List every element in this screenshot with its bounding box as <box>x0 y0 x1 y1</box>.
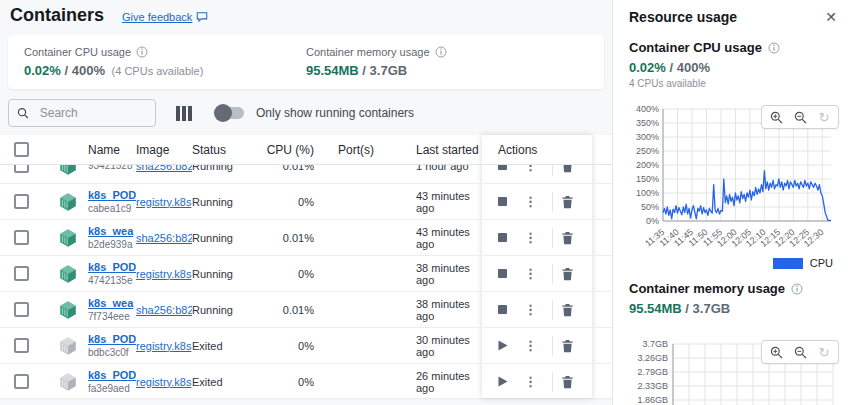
delete-button[interactable] <box>561 165 587 183</box>
cpu-summary-value: 0.02% / 400% (4 CPUs available) <box>24 63 306 78</box>
memory-usage-chart: 3.7GB3.26GB2.79GB2.33GB1.86GB ↻ <box>629 336 839 405</box>
zoom-in-button[interactable] <box>766 342 786 362</box>
row-menu-button[interactable]: ⋮ <box>524 256 550 291</box>
delete-button[interactable] <box>561 328 587 363</box>
container-id: 4742135e <box>88 274 136 287</box>
actions-divider <box>552 264 553 284</box>
feedback-comment-icon <box>196 11 208 23</box>
row-checkbox[interactable] <box>14 302 29 317</box>
kebab-menu-icon: ⋮ <box>524 303 537 316</box>
table-row: k8s_POD 4742135e registry.k8s Running 0%… <box>0 256 612 292</box>
svg-text:300%: 300% <box>636 132 659 142</box>
actions-divider <box>552 336 553 356</box>
zoom-reset-button[interactable]: ↻ <box>814 107 834 127</box>
running-only-toggle[interactable] <box>216 107 244 119</box>
table-row: 93421528 sha256:b82 Running 0.01% 1 hour… <box>0 165 612 184</box>
row-menu-button[interactable]: ⋮ <box>524 364 550 397</box>
cpu-value: 0.01% <box>248 165 318 172</box>
panel-memory-value: 95.54MB / 3.7GB <box>629 301 839 316</box>
container-name-link[interactable]: k8s_POD <box>88 333 136 346</box>
cpu-chart-legend: CPU <box>629 257 833 269</box>
stop-button[interactable] <box>498 256 524 291</box>
row-menu-button[interactable]: ⋮ <box>524 292 550 327</box>
container-name-link[interactable]: k8s_wea <box>88 297 136 310</box>
svg-text:250%: 250% <box>636 146 659 156</box>
container-id: fa3e9aed <box>88 382 136 395</box>
stop-button[interactable] <box>498 184 524 219</box>
image-link[interactable]: sha256:b82 <box>136 232 192 244</box>
container-id: 7f734eee <box>88 310 136 323</box>
svg-text:350%: 350% <box>636 118 659 128</box>
container-id: bdbc3c0f <box>88 346 136 359</box>
delete-button[interactable] <box>561 292 587 327</box>
start-button[interactable] <box>498 364 524 397</box>
last-started-value: 1 hour ago <box>376 165 482 172</box>
row-menu-button[interactable]: ⋮ <box>524 328 550 363</box>
info-icon[interactable] <box>136 46 148 58</box>
zoom-reset-button[interactable]: ↻ <box>814 342 834 362</box>
container-name-link[interactable]: k8s_POD <box>88 261 136 274</box>
row-checkbox[interactable] <box>14 230 29 245</box>
chart-zoom-toolbar: ↻ <box>761 105 839 129</box>
stop-button[interactable] <box>498 165 524 183</box>
table-toolbar: Only show running containers <box>8 99 604 127</box>
search-icon <box>17 106 29 120</box>
cpu-usage-chart: 0%50%100%150%200%250%300%350%400%11:3511… <box>629 105 839 255</box>
search-input[interactable] <box>38 105 147 121</box>
cpu-value: 0% <box>248 340 318 352</box>
table-row: k8s_wea b2de939a sha256:b82 Running 0.01… <box>0 220 612 256</box>
last-started-value: 26 minutes ago <box>376 370 482 394</box>
toggle-knob <box>214 104 232 122</box>
zoom-in-button[interactable] <box>766 107 786 127</box>
row-checkbox[interactable] <box>14 194 29 209</box>
image-link[interactable]: registry.k8s <box>136 268 191 280</box>
close-panel-button[interactable]: ✕ <box>823 10 839 24</box>
info-icon[interactable] <box>791 283 803 295</box>
delete-button[interactable] <box>561 256 587 291</box>
row-menu-button[interactable]: ⋮ <box>524 220 550 255</box>
svg-text:0%: 0% <box>646 216 659 226</box>
container-name-link[interactable]: k8s_POD <box>88 189 136 202</box>
svg-text:400%: 400% <box>636 105 659 114</box>
stop-button[interactable] <box>498 292 524 327</box>
cpu-value: 0% <box>248 268 318 280</box>
container-name-link[interactable]: k8s_wea <box>88 225 136 238</box>
search-box <box>8 99 156 127</box>
delete-button[interactable] <box>561 184 587 219</box>
play-icon <box>498 340 508 351</box>
container-name-link[interactable]: k8s_POD <box>88 369 136 382</box>
container-icon <box>57 299 79 321</box>
image-link[interactable]: sha256:b82 <box>136 304 192 316</box>
close-icon: ✕ <box>825 9 837 25</box>
row-menu-button[interactable]: ⋮ <box>524 165 550 183</box>
info-icon[interactable] <box>768 42 780 54</box>
image-link[interactable]: registry.k8s <box>136 196 191 208</box>
select-all-checkbox[interactable] <box>14 142 29 157</box>
start-button[interactable] <box>498 328 524 363</box>
zoom-out-button[interactable] <box>790 107 810 127</box>
trash-icon <box>561 165 574 173</box>
row-checkbox[interactable] <box>14 266 29 281</box>
stop-icon <box>498 305 507 314</box>
delete-button[interactable] <box>561 220 587 255</box>
row-menu-button[interactable]: ⋮ <box>524 184 550 219</box>
image-link[interactable]: registry.k8s <box>136 376 191 388</box>
actions-divider <box>552 165 553 176</box>
cpu-summary-label: Container CPU usage <box>24 46 131 58</box>
cpu-summary: Container CPU usage 0.02% / 400% (4 CPUs… <box>24 46 306 78</box>
give-feedback-link[interactable]: Give feedback <box>122 11 208 23</box>
stop-button[interactable] <box>498 220 524 255</box>
container-icon <box>57 191 79 213</box>
delete-button[interactable] <box>561 364 587 397</box>
info-icon[interactable] <box>435 46 447 58</box>
last-started-value: 38 minutes ago <box>376 262 482 286</box>
image-link[interactable]: sha256:b82 <box>136 165 192 172</box>
row-checkbox[interactable] <box>14 165 29 173</box>
zoom-out-button[interactable] <box>790 342 810 362</box>
row-checkbox[interactable] <box>14 338 29 353</box>
cpu-value: 0.01% <box>248 232 318 244</box>
image-link[interactable]: registry.k8s <box>136 340 191 352</box>
column-settings-button[interactable] <box>174 104 194 123</box>
container-icon <box>57 263 79 285</box>
row-checkbox[interactable] <box>14 374 29 389</box>
